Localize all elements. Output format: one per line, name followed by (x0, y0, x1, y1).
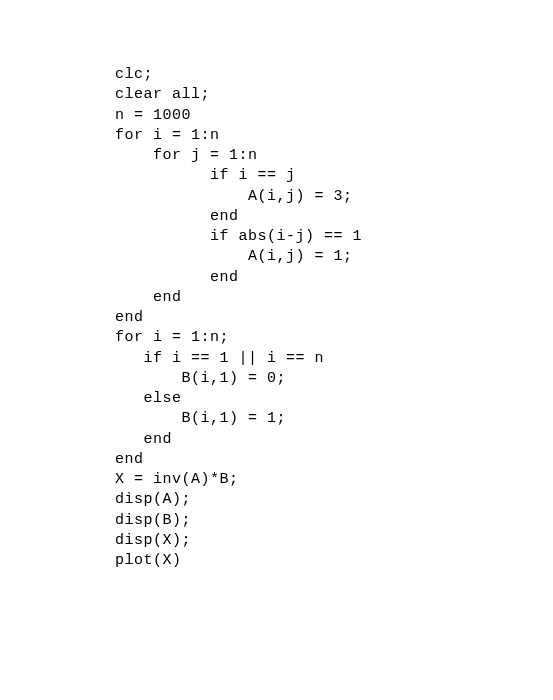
code-line: plot(X) (115, 551, 553, 571)
code-line: if abs(i-j) == 1 (115, 227, 553, 247)
code-line: end (115, 450, 553, 470)
code-line: if i == 1 || i == n (115, 349, 553, 369)
code-block: clc;clear all;n = 1000for i = 1:n for j … (115, 65, 553, 571)
code-line: end (115, 308, 553, 328)
code-line: A(i,j) = 1; (115, 247, 553, 267)
code-line: end (115, 268, 553, 288)
code-line: clear all; (115, 85, 553, 105)
code-line: clc; (115, 65, 553, 85)
code-line: for i = 1:n; (115, 328, 553, 348)
code-line: end (115, 430, 553, 450)
code-line: B(i,1) = 0; (115, 369, 553, 389)
code-line: disp(X); (115, 531, 553, 551)
code-line: B(i,1) = 1; (115, 409, 553, 429)
code-line: A(i,j) = 3; (115, 187, 553, 207)
code-line: X = inv(A)*B; (115, 470, 553, 490)
code-line: else (115, 389, 553, 409)
code-line: n = 1000 (115, 106, 553, 126)
code-line: for i = 1:n (115, 126, 553, 146)
code-line: if i == j (115, 166, 553, 186)
code-line: disp(B); (115, 511, 553, 531)
code-line: end (115, 288, 553, 308)
code-line: end (115, 207, 553, 227)
code-line: for j = 1:n (115, 146, 553, 166)
code-line: disp(A); (115, 490, 553, 510)
